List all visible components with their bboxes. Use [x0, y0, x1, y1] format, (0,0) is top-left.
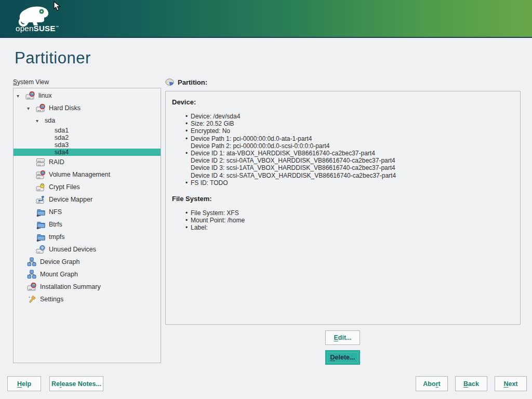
- disk-stack-ball-icon: [36, 170, 49, 179]
- tree-item-label: RAID: [49, 158, 64, 166]
- partition-icon: [165, 78, 174, 87]
- tree-item-label: Btrfs: [49, 221, 62, 228]
- detail-line: Device ID 3: scsi-1ATA_VBOX_HARDDISK_VB8…: [172, 164, 514, 171]
- disk-ball-icon: [25, 91, 38, 100]
- tree-item-label: Device Mapper: [49, 196, 92, 203]
- tree-item-label: Crypt Files: [49, 183, 80, 191]
- release-notes-button[interactable]: Release Notes...: [49, 376, 103, 391]
- detail-line: FS ID: TODO: [172, 179, 514, 187]
- section-device-: Device:Device: /dev/sda4Size: 20.52 GiBE…: [172, 98, 514, 187]
- mouse-cursor: [54, 1, 61, 11]
- disk-mapper-icon: [36, 195, 49, 204]
- node-graph-icon: [27, 270, 40, 279]
- detail-line: Device: /dev/sda4: [172, 113, 514, 120]
- wrench-icon: [27, 295, 40, 304]
- tree-item-label: sda1: [55, 127, 69, 134]
- next-button[interactable]: Next: [495, 376, 527, 391]
- detail-line: Device ID 1: ata-VBOX_HARDDISK_VB8661674…: [172, 150, 514, 157]
- tree-item-sda3[interactable]: sda3: [14, 141, 161, 149]
- detail-line: Device Path 2: pci-0000:00:0d.0-scsi-0:0…: [172, 142, 514, 150]
- help-button[interactable]: Help: [7, 376, 41, 391]
- brand-open: open: [16, 24, 34, 33]
- detail-line: Size: 20.52 GiB: [172, 120, 514, 127]
- disk-lock-icon: [36, 183, 49, 192]
- tree-item-nfs[interactable]: NFS: [14, 206, 161, 218]
- svg-text:?: ?: [41, 246, 44, 250]
- folder-net-icon: [36, 233, 49, 242]
- tree-item-device-graph[interactable]: Device Graph: [14, 256, 161, 268]
- node-graph-icon: [27, 257, 40, 267]
- page-title: Partitioner: [15, 49, 91, 68]
- tree-item-linux[interactable]: ▾linux: [14, 89, 161, 102]
- partition-details-box: Device:Device: /dev/sda4Size: 20.52 GiBE…: [165, 91, 521, 325]
- abort-button[interactable]: Abort: [416, 376, 448, 391]
- section-title: Device:: [172, 98, 514, 106]
- system-view-tree[interactable]: ▾linux▾Hard Disks▾sdasda1sda2sda3sda4RAI…: [13, 88, 161, 363]
- tree-item-hard-disks[interactable]: ▾Hard Disks: [14, 102, 161, 114]
- edit-button[interactable]: Edit...: [325, 330, 360, 345]
- tree-item-label: NFS: [49, 208, 62, 216]
- expand-arrow-icon[interactable]: ▾: [17, 93, 25, 99]
- tree-item-sda[interactable]: ▾sda: [14, 114, 161, 127]
- expand-arrow-icon[interactable]: ▾: [27, 105, 36, 111]
- detail-line: Device ID 4: scsi-SATA_VBOX_HARDDISK_VB8…: [172, 172, 514, 179]
- tree-item-label: Hard Disks: [49, 104, 81, 112]
- disk-ball-icon: [27, 283, 40, 291]
- tree-item-label: sda4: [55, 149, 69, 156]
- detail-line: File System: XFS: [172, 209, 514, 217]
- top-banner: openSUSE™: [0, 0, 532, 38]
- tree-item-label: Volume Management: [49, 171, 110, 178]
- tree-item-device-mapper[interactable]: Device Mapper: [14, 193, 161, 206]
- tree-item-sda4[interactable]: sda4: [14, 149, 161, 156]
- disk-stack-icon: [36, 158, 49, 167]
- brand-wordmark: openSUSE™: [16, 24, 59, 33]
- tree-item-sda1[interactable]: sda1: [14, 127, 161, 134]
- detail-line: Device Path 1: pci-0000:00:0d.0-ata-1-pa…: [172, 135, 514, 142]
- tree-item-label: sda3: [55, 141, 69, 149]
- delete-button[interactable]: Delete...: [325, 350, 360, 365]
- tree-item-sda2[interactable]: sda2: [14, 134, 161, 141]
- brand-trademark: ™: [56, 25, 59, 29]
- tree-item-label: Unused Devices: [49, 246, 96, 253]
- back-button[interactable]: Back: [455, 376, 487, 391]
- partition-heading-label: Partition:: [178, 78, 207, 86]
- detail-line: Mount Point: /home: [172, 217, 514, 224]
- tree-item-mount-graph[interactable]: Mount Graph: [14, 268, 161, 281]
- tree-item-crypt-files[interactable]: Crypt Files: [14, 181, 161, 193]
- tree-item-label: Installation Summary: [40, 283, 101, 290]
- tree-item-volume-management[interactable]: Volume Management: [14, 168, 161, 181]
- folder-net-icon: [36, 220, 49, 229]
- tree-item-settings[interactable]: Settings: [14, 293, 161, 305]
- section-file-system-: File System:File System: XFSMount Point:…: [172, 195, 514, 232]
- disk-question-icon: ?: [36, 245, 49, 254]
- tree-item-installation-summary[interactable]: Installation Summary: [14, 281, 161, 293]
- tree-item-raid[interactable]: RAID: [14, 156, 161, 168]
- disk-ball-icon: [36, 104, 49, 113]
- expand-arrow-icon[interactable]: ▾: [36, 118, 45, 124]
- tree-item-label: sda: [45, 117, 55, 124]
- detail-line: Encrypted: No: [172, 127, 514, 135]
- detail-line: Label:: [172, 224, 514, 231]
- tree-item-label: sda2: [55, 134, 69, 141]
- brand-suse: SUSE: [34, 24, 56, 33]
- tree-item-label: linux: [38, 92, 52, 99]
- tree-item-btrfs[interactable]: Btrfs: [14, 218, 161, 231]
- tree-item-label: Settings: [40, 296, 63, 303]
- tree-item-label: tmpfs: [49, 233, 65, 241]
- section-title: File System:: [172, 195, 514, 203]
- folder-net-icon: [36, 208, 49, 217]
- system-view-label: System View: [13, 78, 49, 86]
- tree-item-tmpfs[interactable]: tmpfs: [14, 231, 161, 243]
- tree-item-unused-devices[interactable]: ?Unused Devices: [14, 243, 161, 256]
- detail-line: Device ID 2: scsi-0ATA_VBOX_HARDDISK_VB8…: [172, 157, 514, 164]
- partition-heading: Partition:: [165, 78, 207, 87]
- tree-item-label: Device Graph: [40, 258, 79, 265]
- tree-item-label: Mount Graph: [40, 271, 78, 278]
